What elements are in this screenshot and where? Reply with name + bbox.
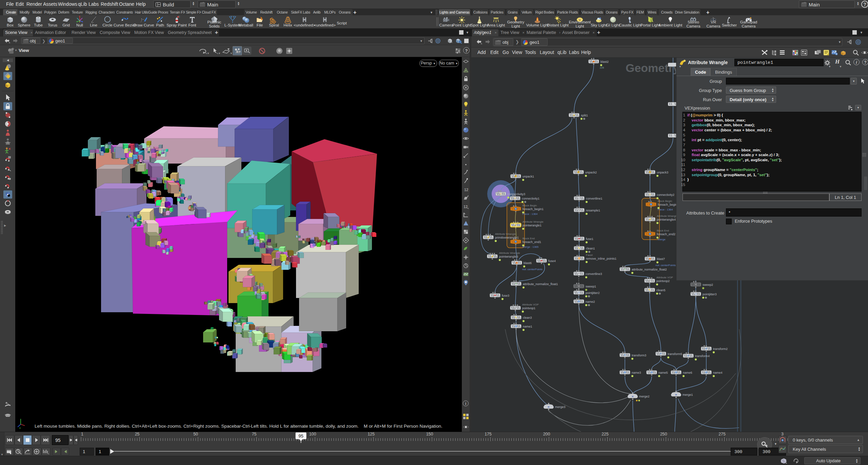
svg-text:Merge : 1365: Merge : 1365: [522, 245, 539, 248]
svg-text:blast2: blast2: [600, 60, 609, 63]
svg-text:transform2: transform2: [713, 347, 728, 351]
svg-text:8: 8: [683, 148, 685, 152]
svg-text:resample1: resample1: [586, 209, 600, 212]
svg-text:vector bbox_min, bbox_max;: vector bbox_min, bbox_max;: [687, 118, 746, 122]
svg-text:14: 14: [681, 178, 685, 182]
svg-text:name3: name3: [632, 371, 641, 374]
svg-text:remove_inline_points1: remove_inline_points1: [586, 257, 616, 260]
svg-text:Piece : 1364: Piece : 1364: [522, 212, 538, 216]
svg-text:13: 13: [681, 173, 685, 177]
svg-text:unpack2: unpack2: [585, 171, 597, 174]
svg-text:connectivity1: connectivity1: [522, 197, 539, 200]
svg-text:blast6: blast6: [524, 261, 532, 265]
svg-text:Block End: Block End: [657, 229, 669, 232]
svg-text:split1: split1: [581, 114, 588, 117]
svg-text:foreach_begin2: foreach_begin2: [658, 203, 679, 206]
svg-text:25: 25: [135, 432, 140, 436]
svg-text:setpointgroup(0, groupName, pt: setpointgroup(0, groupName, pt, 1, "set"…: [687, 173, 769, 177]
svg-text:100: 100: [309, 432, 316, 436]
svg-text:connectivity3: connectivity3: [508, 192, 525, 196]
svg-text:Attribute Wrangle: Attribute Wrangle: [657, 215, 678, 218]
svg-text:1: 1: [81, 432, 83, 436]
svg-text:clean3: clean3: [523, 316, 532, 319]
svg-text:convertline3: convertline3: [586, 272, 602, 276]
svg-text:name2: name2: [586, 300, 595, 303]
svg-text:vector scale = bbox_max - bbox: vector scale = bbox_max - bbox_min;: [687, 148, 761, 152]
svg-text:pointvop2: pointvop2: [656, 279, 670, 283]
svg-text:not: centerPoints: not: centerPoints: [655, 264, 676, 267]
svg-text:50: 50: [193, 432, 198, 436]
svg-text:pointvop1: pointvop1: [522, 306, 535, 310]
svg-text:sweep1: sweep1: [586, 285, 596, 288]
svg-text:vector center = (bbox_max + bb: vector center = (bbox_max + bbox_min) / …: [687, 128, 772, 132]
svg-text:125: 125: [368, 432, 375, 436]
svg-text:12: 12: [464, 188, 468, 192]
svg-text:int pt = addpoint(0, center);: int pt = addpoint(0, center);: [687, 138, 742, 142]
svg-text:pointwrangle1: pointwrangle1: [522, 224, 541, 227]
svg-text:merge1: merge1: [683, 393, 693, 396]
svg-text:pointwrangle4: pointwrangle4: [657, 218, 676, 221]
svg-text:12: 12: [463, 205, 468, 209]
svg-text:merge2: merge2: [639, 395, 650, 398]
svg-text:blast7: blast7: [657, 257, 665, 261]
svg-text:}: }: [687, 178, 689, 182]
svg-text:Piece : 1364: Piece : 1364: [658, 208, 673, 211]
svg-text:transform3: transform3: [632, 354, 646, 357]
svg-text:unpack1: unpack1: [522, 175, 534, 178]
svg-text:9: 9: [683, 153, 685, 157]
svg-text:clean5: clean5: [656, 289, 666, 292]
svg-text:string groupName = "centerPoin: string groupName = "centerPoints";: [687, 168, 758, 172]
svg-text:pointjitter2: pointjitter2: [586, 291, 600, 295]
svg-text:pointjitter3: pointjitter3: [703, 293, 717, 296]
svg-text:float avgScale = (scale.x + sc: float avgScale = (scale.x + scale.y + sc…: [687, 153, 779, 157]
svg-text:15: 15: [681, 183, 685, 187]
svg-text:name5: name5: [658, 371, 668, 374]
svg-text:200: 200: [543, 432, 550, 436]
svg-text:95: 95: [298, 433, 303, 439]
svg-text:name4: name4: [713, 371, 723, 374]
svg-text:sweep2: sweep2: [703, 283, 713, 286]
svg-text:foreach_end2: foreach_end2: [657, 232, 675, 236]
svg-text:7: 7: [683, 143, 685, 147]
svg-text:Facet: Facet: [586, 254, 593, 257]
svg-text:75: 75: [252, 432, 257, 436]
svg-text:setpointattrib(0, "avgScale",: setpointattrib(0, "avgScale", pt, avgSca…: [687, 158, 782, 162]
svg-text:Block Begin: Block Begin: [522, 204, 537, 207]
svg-text:6: 6: [683, 138, 685, 142]
svg-text:1: 1: [683, 113, 685, 117]
svg-text:275: 275: [718, 432, 726, 436]
svg-text:225: 225: [600, 66, 604, 69]
svg-text:fuse4: fuse4: [548, 259, 556, 263]
svg-text:merge3: merge3: [555, 405, 566, 409]
svg-text:175: 175: [485, 432, 492, 436]
svg-text:fuse1: fuse1: [586, 237, 593, 241]
svg-text:Attribute Wrangle: Attribute Wrangle: [499, 252, 520, 255]
svg-text:2: 2: [683, 118, 685, 122]
svg-text:Block End: Block End: [522, 237, 535, 240]
svg-text:unpack3: unpack3: [657, 171, 668, 174]
svg-text:not: centerPoints: not: centerPoints: [522, 268, 542, 271]
svg-text:transform5: transform5: [668, 352, 682, 356]
svg-text:Attribute VOP: Attribute VOP: [522, 303, 539, 306]
svg-text:name6: name6: [683, 371, 692, 374]
svg-text:connectivity2: connectivity2: [657, 193, 674, 197]
svg-text:3: 3: [683, 123, 685, 127]
svg-text:Attribute Wrangle: Attribute Wrangle: [495, 232, 516, 236]
svg-text:foreach_end1: foreach_end1: [522, 240, 541, 244]
svg-text:if (@numprim > 0) {: if (@numprim > 0) {: [687, 113, 723, 117]
svg-text:attribute_normalize_float1: attribute_normalize_float1: [523, 282, 558, 286]
svg-text:10: 10: [681, 158, 685, 162]
svg-text:y: y: [19, 426, 21, 429]
svg-text:transform4: transform4: [695, 354, 710, 358]
svg-text:150: 150: [426, 432, 433, 436]
svg-text:Attribute VOP: Attribute VOP: [656, 276, 673, 279]
svg-text:12: 12: [681, 168, 685, 172]
svg-text:225: 225: [601, 432, 609, 436]
svg-text:pointwrangle3: pointwrangle3: [499, 255, 518, 258]
svg-text:4: 4: [683, 128, 686, 132]
svg-text:attribute_normalize_float2: attribute_normalize_float2: [632, 268, 667, 271]
svg-text:foreach_begin1: foreach_begin1: [522, 207, 544, 211]
svg-text:5: 5: [683, 133, 685, 137]
svg-text:clean1: clean1: [586, 247, 595, 250]
svg-text:convertline1: convertline1: [586, 197, 603, 200]
